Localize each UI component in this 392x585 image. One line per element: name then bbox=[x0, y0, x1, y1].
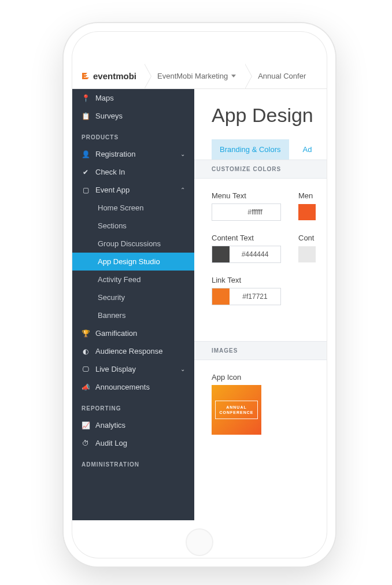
pin-icon: 📍 bbox=[82, 94, 90, 102]
tablet-icon: ▢ bbox=[82, 186, 90, 194]
tab[interactable]: Ad bbox=[295, 139, 320, 160]
page-title: App Design bbox=[194, 89, 327, 139]
chart-icon: 📈 bbox=[82, 421, 90, 430]
color-swatch[interactable] bbox=[212, 246, 230, 262]
color-control: Content Text bbox=[212, 234, 281, 263]
sidebar-item[interactable]: 🖵Live Display⌄ bbox=[72, 360, 194, 378]
sidebar-item-label: Announcements bbox=[95, 383, 150, 391]
sidebar-item[interactable]: 📍Maps bbox=[72, 89, 194, 107]
control-label: Cont bbox=[298, 234, 327, 242]
sidebar-item-label: Analytics bbox=[95, 421, 125, 430]
sidebar-item[interactable]: 🏆Gamification bbox=[72, 324, 194, 342]
megaphone-icon: 📣 bbox=[82, 383, 90, 391]
chevron-up-icon: ⌃ bbox=[180, 187, 185, 193]
sidebar-item-label: Surveys bbox=[95, 112, 123, 120]
sidebar-item-label: Live Display bbox=[95, 365, 136, 373]
sidebar-subitem[interactable]: Security bbox=[72, 288, 194, 306]
pie-icon: ◐ bbox=[82, 347, 90, 356]
sidebar-item[interactable]: 📣Announcements bbox=[72, 378, 194, 396]
sidebar-item[interactable]: 📈Analytics bbox=[72, 416, 194, 434]
color-input-group bbox=[212, 203, 281, 221]
sidebar-item[interactable]: ⏱Audit Log bbox=[72, 434, 194, 452]
color-control: Link Text bbox=[212, 276, 281, 305]
tab[interactable]: Branding & Colors bbox=[212, 139, 289, 160]
chevron-down-icon: ⌄ bbox=[180, 366, 185, 372]
display-icon: 🖵 bbox=[82, 365, 90, 373]
color-swatch[interactable] bbox=[212, 204, 230, 220]
color-swatch[interactable] bbox=[298, 246, 316, 262]
breadcrumb: eventmobi EventMobi MarketingAnnual Conf… bbox=[72, 64, 327, 89]
color-input-group bbox=[212, 246, 281, 263]
control-label: Link Text bbox=[212, 276, 281, 284]
clipboard-icon: 📋 bbox=[82, 112, 90, 120]
control-label: Content Text bbox=[212, 234, 281, 242]
sidebar-item[interactable]: ✔Check In bbox=[72, 163, 194, 181]
user-plus-icon: 👤 bbox=[82, 150, 90, 158]
phone-frame: eventmobi EventMobi MarketingAnnual Conf… bbox=[64, 23, 335, 567]
logo[interactable]: eventmobi bbox=[72, 71, 145, 82]
control-row: Link Text bbox=[212, 276, 309, 305]
sidebar-section-title: REPORTING bbox=[72, 396, 194, 416]
sidebar-section-title: PRODUCTS bbox=[72, 125, 194, 145]
logo-text: eventmobi bbox=[93, 71, 136, 81]
control-row: Menu TextMen bbox=[212, 191, 309, 221]
color-swatch[interactable] bbox=[212, 288, 230, 305]
band-customize-colors: CUSTOMIZE COLORS bbox=[194, 160, 327, 179]
sidebar-item-label: Event App bbox=[95, 186, 130, 194]
color-controls: Menu TextMenContent TextContLink Text bbox=[194, 179, 327, 318]
sidebar-item-label: Check In bbox=[95, 168, 125, 176]
sidebar-item-label: Registration bbox=[95, 150, 135, 158]
sidebar-item-label: Audience Response bbox=[95, 347, 162, 356]
chevron-down-icon bbox=[231, 75, 236, 77]
sidebar-item[interactable]: ▢Event App⌃ bbox=[72, 181, 194, 199]
color-control: Menu Text bbox=[212, 191, 281, 221]
sidebar-subitem[interactable]: Banners bbox=[72, 306, 194, 324]
breadcrumb-item[interactable]: Annual Confer bbox=[245, 64, 315, 88]
sidebar-subitem[interactable]: Home Screen bbox=[72, 199, 194, 217]
sidebar-item[interactable]: 📋Surveys bbox=[72, 107, 194, 125]
gauge-icon: ⏱ bbox=[82, 439, 90, 447]
sidebar-subitem[interactable]: App Design Studio bbox=[72, 253, 194, 271]
chevron-down-icon: ⌄ bbox=[180, 151, 185, 157]
hex-input[interactable] bbox=[230, 246, 280, 262]
app-icon-label: App Icon bbox=[212, 373, 309, 382]
main-content: App Design Branding & ColorsAd CUSTOMIZE… bbox=[194, 89, 327, 520]
sidebar-subitem[interactable]: Activity Feed bbox=[72, 271, 194, 288]
color-control: Cont bbox=[298, 234, 327, 263]
sidebar: 📍Maps📋SurveysPRODUCTS👤Registration⌄✔Chec… bbox=[72, 89, 194, 520]
sidebar-item-label: Maps bbox=[95, 94, 114, 102]
sidebar-subitem[interactable]: Sections bbox=[72, 217, 194, 235]
sidebar-item[interactable]: 👤Registration⌄ bbox=[72, 145, 194, 163]
app-icon-preview[interactable]: ANNUAL CONFERENCE bbox=[212, 385, 261, 435]
trophy-icon: 🏆 bbox=[82, 329, 90, 338]
app-icon-text: ANNUAL CONFERENCE bbox=[215, 401, 257, 419]
sidebar-section-title: ADMINISTRATION bbox=[72, 452, 194, 472]
images-section: App Icon ANNUAL CONFERENCE bbox=[194, 360, 327, 447]
color-input-group bbox=[212, 288, 281, 305]
control-label: Menu Text bbox=[212, 191, 281, 200]
hex-input[interactable] bbox=[230, 204, 280, 220]
logo-icon bbox=[80, 71, 91, 82]
home-button[interactable] bbox=[186, 528, 213, 556]
sidebar-item-label: Audit Log bbox=[95, 439, 127, 447]
color-swatch[interactable] bbox=[298, 204, 316, 220]
sidebar-item-label: Gamification bbox=[95, 329, 137, 338]
hex-input[interactable] bbox=[230, 288, 280, 305]
control-label: Men bbox=[298, 191, 327, 200]
tabs: Branding & ColorsAd bbox=[194, 139, 327, 160]
color-control: Men bbox=[298, 191, 327, 221]
screen: eventmobi EventMobi MarketingAnnual Conf… bbox=[72, 64, 327, 520]
band-images: IMAGES bbox=[194, 341, 327, 360]
breadcrumb-item[interactable]: EventMobi Marketing bbox=[145, 64, 245, 88]
control-row: Content TextCont bbox=[212, 234, 309, 263]
sidebar-item[interactable]: ◐Audience Response bbox=[72, 342, 194, 360]
check-icon: ✔ bbox=[82, 168, 90, 176]
sidebar-subitem[interactable]: Group Discussions bbox=[72, 235, 194, 253]
